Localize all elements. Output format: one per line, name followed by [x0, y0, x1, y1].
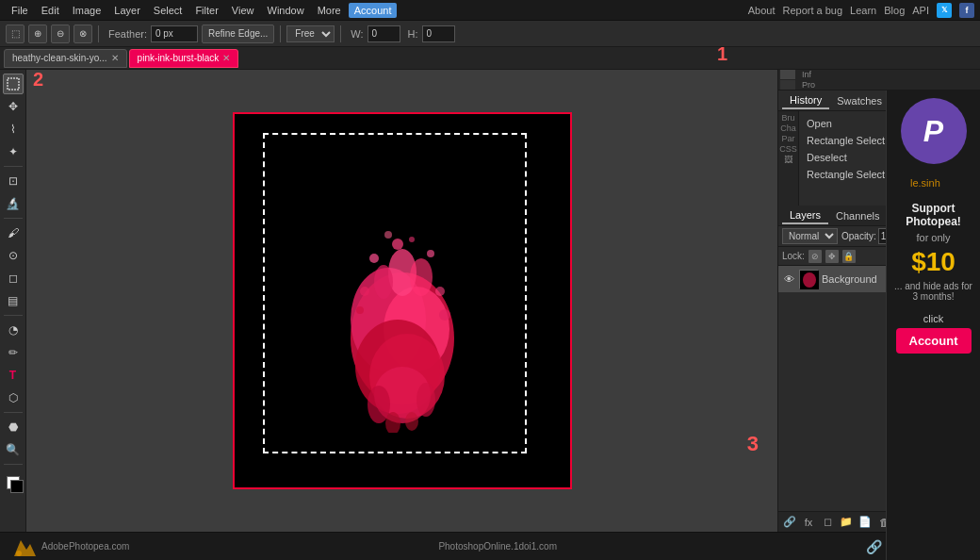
- menu-item-select[interactable]: Select: [148, 3, 188, 18]
- layer-fx-btn[interactable]: fx: [801, 515, 816, 530]
- ad-logo: P: [901, 98, 967, 164]
- layers-tab-layers[interactable]: Layers: [782, 207, 828, 224]
- tool-eyedropper[interactable]: 🔬: [3, 193, 24, 214]
- tab-1-close[interactable]: ✕: [222, 53, 230, 63]
- layers-tab-channels[interactable]: Channels: [828, 208, 887, 223]
- side-label-par[interactable]: Par: [781, 134, 794, 143]
- bottom-text-right: PhotoshopOnline.1doi1.com: [438, 541, 557, 552]
- menu-item-view[interactable]: View: [226, 3, 260, 18]
- top-link-learn[interactable]: Learn: [850, 5, 876, 16]
- divider-1: [98, 25, 99, 42]
- color-fg-bg[interactable]: [3, 472, 24, 493]
- top-link-api[interactable]: API: [912, 5, 929, 16]
- panel-expand-btn[interactable]: [780, 80, 795, 90]
- tool-crop[interactable]: ⊡: [3, 171, 24, 191]
- tab-0[interactable]: heathy-clean-skin-yo... ✕: [4, 49, 127, 68]
- style-select[interactable]: Free: [286, 25, 335, 42]
- tool-pen[interactable]: ✏: [3, 342, 24, 363]
- tool-brush[interactable]: 🖌: [3, 222, 24, 243]
- tool-opt-icon-2[interactable]: ⊕: [28, 25, 47, 43]
- refine-edge-button[interactable]: Refine Edge...: [202, 25, 274, 43]
- canvas-area[interactable]: [26, 70, 777, 532]
- divider-5: [4, 464, 23, 465]
- divider-3: [4, 315, 23, 316]
- tool-lasso[interactable]: ⌇: [3, 119, 24, 140]
- lock-pixels-btn[interactable]: ⊘: [808, 250, 822, 263]
- w-input[interactable]: [368, 25, 400, 42]
- layer-visibility-btn[interactable]: 👁: [782, 272, 795, 286]
- feather-label: Feather:: [108, 28, 147, 40]
- tool-gradient[interactable]: ▤: [3, 290, 24, 311]
- tool-opt-icon-1[interactable]: ⬚: [6, 25, 24, 43]
- svg-point-6: [374, 265, 393, 299]
- ad-click-label: click: [923, 313, 943, 324]
- lock-move-btn[interactable]: ✥: [825, 250, 839, 263]
- tool-marquee[interactable]: [3, 74, 24, 94]
- tool-eraser[interactable]: ◻: [3, 268, 24, 288]
- menu-item-filter[interactable]: Filter: [189, 3, 223, 18]
- left-toolbar: ✥ ⌇ ✦ ⊡ 🔬 🖌 ⊙ ◻ ▤ ◔ ✏ T ⬡ ⬣ 🔍: [0, 70, 26, 532]
- tool-opt-icon-4[interactable]: ⊗: [74, 25, 92, 43]
- svg-point-7: [410, 258, 433, 296]
- tool-stamp[interactable]: ⊙: [3, 245, 24, 266]
- bottom-text-left: AdobePhotopea.com: [41, 541, 129, 552]
- svg-rect-0: [8, 78, 19, 90]
- tool-move[interactable]: ✥: [3, 96, 24, 117]
- side-label-inf[interactable]: Inf: [799, 70, 818, 79]
- top-link-about[interactable]: About: [748, 5, 776, 16]
- h-input[interactable]: [422, 25, 455, 42]
- facebook-icon[interactable]: f: [959, 3, 974, 18]
- top-link-blog[interactable]: Blog: [884, 5, 905, 16]
- h-label: H:: [408, 28, 418, 40]
- tool-text[interactable]: T: [3, 365, 24, 386]
- svg-point-8: [369, 254, 379, 263]
- tabs-bar: heathy-clean-skin-yo... ✕ pink-ink-burst…: [0, 47, 980, 70]
- side-label-img[interactable]: 🖼: [784, 155, 792, 164]
- top-link-report[interactable]: Report a bug: [782, 5, 842, 16]
- image-container[interactable]: [233, 112, 572, 489]
- side-label-css[interactable]: CSS: [779, 144, 797, 154]
- tool-options-bar: ⬚ ⊕ ⊖ ⊗ Feather: Refine Edge... Free W: …: [0, 21, 980, 47]
- bottom-link-btn[interactable]: 🔗: [866, 539, 882, 554]
- tool-dodge[interactable]: ◔: [3, 320, 24, 340]
- menu-item-window[interactable]: Window: [262, 3, 310, 18]
- tool-zoom[interactable]: 🔍: [3, 439, 24, 460]
- swatches-tab[interactable]: Swatches: [829, 93, 890, 108]
- lock-all-btn[interactable]: 🔒: [842, 250, 856, 263]
- layer-name: Background: [822, 273, 877, 285]
- tab-1[interactable]: pink-ink-burst-black ✕: [129, 49, 239, 68]
- side-label-pro[interactable]: Pro: [799, 80, 818, 90]
- tool-shape[interactable]: ⬣: [3, 417, 24, 437]
- panel-collapse-btn[interactable]: [780, 70, 795, 79]
- menu-item-layer[interactable]: Layer: [108, 3, 146, 18]
- menu-item-file[interactable]: File: [6, 3, 34, 18]
- history-tab[interactable]: History: [782, 92, 829, 109]
- bottom-bar: AdobePhotopea.com PhotoshopOnline.1doi1.…: [0, 532, 980, 560]
- layer-link-btn[interactable]: 🔗: [782, 515, 797, 530]
- menu-item-image[interactable]: Image: [67, 3, 107, 18]
- blend-mode-select[interactable]: Normal: [782, 228, 838, 244]
- layer-mask-btn[interactable]: ◻: [820, 515, 835, 530]
- side-label-bru[interactable]: Bru: [781, 113, 794, 123]
- divider-4: [4, 412, 23, 413]
- tab-0-close[interactable]: ✕: [111, 53, 119, 63]
- tab-1-label: pink-ink-burst-black: [138, 53, 220, 63]
- menu-item-account[interactable]: Account: [349, 3, 398, 18]
- layer-new-btn[interactable]: 📄: [858, 515, 873, 530]
- feather-input[interactable]: [151, 25, 198, 42]
- ad-brand: le.sinh: [906, 168, 962, 198]
- account-button[interactable]: Account: [896, 328, 972, 354]
- menu-item-more[interactable]: More: [312, 3, 347, 18]
- menu-item-edit[interactable]: Edit: [36, 3, 65, 18]
- svg-text:le.sinh: le.sinh: [910, 177, 940, 189]
- svg-point-14: [435, 287, 445, 296]
- svg-point-15: [356, 306, 364, 314]
- twitter-icon[interactable]: 𝕏: [937, 3, 952, 18]
- layer-group-btn[interactable]: 📁: [839, 515, 854, 530]
- side-label-cha[interactable]: Cha: [780, 124, 796, 133]
- tool-wand[interactable]: ✦: [3, 141, 24, 162]
- lock-label: Lock:: [782, 251, 805, 261]
- tool-path[interactable]: ⬡: [3, 387, 24, 408]
- ink-burst-image: [308, 169, 497, 433]
- tool-opt-icon-3[interactable]: ⊖: [51, 25, 70, 43]
